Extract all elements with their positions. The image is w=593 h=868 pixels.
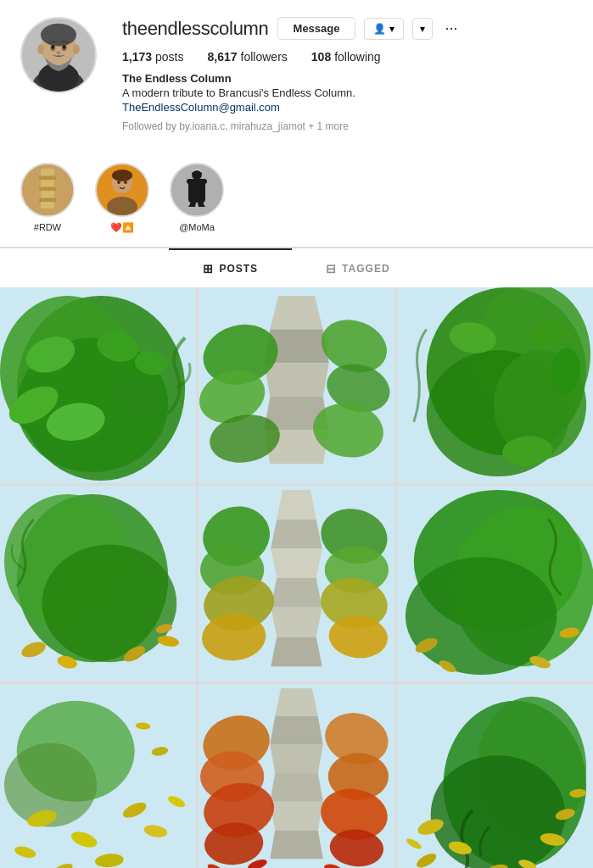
svg-point-97 — [25, 807, 59, 829]
svg-point-40 — [133, 348, 171, 377]
svg-rect-14 — [41, 169, 54, 175]
following-count: 108 — [311, 50, 331, 64]
svg-point-126 — [444, 701, 587, 868]
bio-email[interactable]: TheEndlessColumn@gmail.com — [122, 101, 573, 114]
grid-cell-6[interactable] — [397, 486, 593, 682]
svg-point-57 — [494, 350, 586, 459]
follow-dropdown-button[interactable]: 👤 ▾ — [364, 18, 404, 40]
more-options-button[interactable]: ··· — [441, 19, 461, 37]
svg-marker-42 — [270, 296, 322, 330]
svg-point-132 — [540, 832, 567, 848]
svg-point-35 — [21, 331, 80, 380]
svg-point-37 — [43, 398, 108, 445]
story-item-heart[interactable]: ❤️🔼 — [95, 163, 149, 233]
svg-point-131 — [415, 851, 439, 868]
story-label-rdw: #RDW — [34, 222, 61, 232]
posts-tab-icon: ⊞ — [203, 262, 214, 275]
svg-point-137 — [487, 863, 508, 868]
svg-marker-75 — [271, 578, 322, 608]
tagged-tab-label: TAGGED — [342, 263, 389, 275]
posts-grid — [0, 287, 593, 868]
story-item-rdw[interactable]: #RDW — [20, 163, 75, 233]
svg-point-78 — [199, 499, 277, 574]
svg-point-5 — [41, 24, 76, 47]
grid-cell-2[interactable] — [199, 287, 394, 483]
grid-cell-9[interactable] — [397, 684, 593, 868]
svg-point-88 — [451, 507, 593, 666]
followers-label: followers — [241, 50, 288, 64]
grid-cell-4[interactable] — [0, 486, 196, 682]
grid-cell-1[interactable] — [0, 287, 196, 483]
grid-cell-7[interactable] — [0, 684, 196, 868]
svg-point-66 — [20, 639, 48, 660]
svg-point-95 — [17, 701, 135, 802]
svg-marker-113 — [270, 831, 322, 860]
following-stat[interactable]: 108 following — [311, 50, 381, 64]
avatar — [20, 17, 97, 93]
dropdown-arrow: ▾ — [389, 23, 394, 35]
tab-posts[interactable]: ⊞ POSTS — [169, 248, 292, 287]
grid-cell-3[interactable] — [397, 287, 593, 483]
svg-point-12 — [73, 45, 80, 54]
svg-point-114 — [199, 708, 276, 777]
svg-point-48 — [199, 361, 272, 431]
svg-marker-110 — [270, 744, 322, 773]
svg-point-119 — [328, 753, 389, 800]
svg-point-34 — [17, 337, 168, 472]
posts-label: posts — [155, 50, 183, 64]
grid-cell-8[interactable] — [199, 684, 394, 868]
svg-marker-72 — [277, 490, 316, 520]
svg-point-65 — [42, 544, 177, 662]
svg-marker-76 — [271, 608, 322, 637]
svg-marker-74 — [271, 548, 322, 578]
posts-stat[interactable]: 1,173 posts — [122, 50, 184, 64]
svg-marker-45 — [264, 397, 328, 431]
svg-point-67 — [56, 654, 79, 670]
followers-stat[interactable]: 8,617 followers — [208, 50, 288, 64]
svg-marker-109 — [270, 716, 322, 745]
svg-marker-111 — [270, 773, 322, 802]
svg-point-122 — [247, 857, 269, 868]
svg-rect-31 — [0, 287, 196, 483]
svg-point-58 — [447, 319, 499, 357]
svg-point-11 — [37, 45, 44, 54]
message-button[interactable]: Message — [277, 17, 356, 40]
tab-tagged[interactable]: ⊟ TAGGED — [292, 248, 423, 287]
svg-point-105 — [151, 746, 169, 757]
posts-tab-label: POSTS — [219, 263, 258, 275]
svg-rect-15 — [39, 176, 56, 180]
svg-point-89 — [406, 557, 557, 675]
svg-point-93 — [438, 658, 458, 674]
svg-point-68 — [121, 643, 148, 665]
svg-point-92 — [558, 626, 579, 640]
tagged-tab-icon: ⊟ — [326, 262, 337, 275]
svg-point-135 — [569, 788, 587, 798]
svg-point-121 — [328, 827, 385, 868]
svg-rect-20 — [41, 202, 54, 209]
grid-cell-5[interactable] — [199, 486, 394, 682]
posts-count: 1,173 — [122, 50, 152, 64]
svg-point-60 — [548, 347, 582, 396]
svg-point-120 — [316, 783, 391, 844]
svg-marker-77 — [271, 637, 322, 666]
svg-point-32 — [17, 296, 185, 481]
svg-point-49 — [206, 409, 284, 468]
username-row: theendlesscolumn Message 👤 ▾ ▾ ··· — [122, 17, 573, 40]
svg-rect-41 — [199, 287, 394, 483]
svg-point-87 — [414, 490, 582, 633]
svg-rect-18 — [41, 191, 54, 198]
settings-dropdown-button[interactable]: ▾ — [412, 18, 433, 40]
svg-point-79 — [200, 544, 264, 594]
svg-rect-94 — [0, 684, 196, 868]
svg-point-55 — [473, 287, 590, 426]
svg-point-61 — [501, 434, 553, 469]
svg-point-106 — [135, 722, 150, 730]
svg-point-51 — [322, 357, 394, 419]
svg-point-123 — [323, 863, 344, 868]
svg-point-130 — [447, 839, 473, 857]
followed-by: Followed by by.ioana.c, mirahuza_jiamot … — [122, 120, 573, 132]
svg-point-63 — [17, 494, 168, 662]
story-item-moma[interactable]: @MoMa — [170, 163, 224, 233]
person-icon: 👤 — [373, 23, 386, 35]
svg-point-59 — [527, 316, 569, 352]
